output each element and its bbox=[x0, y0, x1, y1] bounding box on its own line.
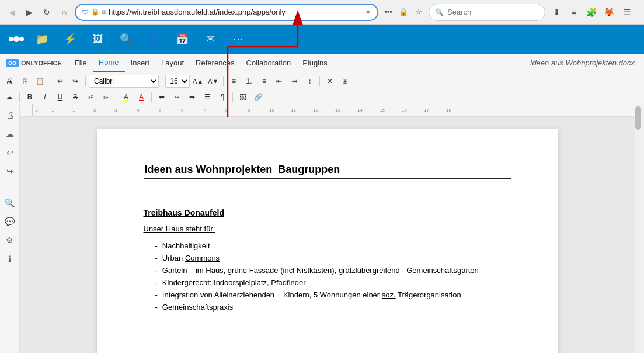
list-bullet-button[interactable]: ≡ bbox=[227, 75, 241, 88]
list-item: - Gemeinschaftspraxis bbox=[155, 303, 511, 312]
nc-photos-icon[interactable]: 🖼 bbox=[86, 27, 110, 51]
back-button[interactable]: ◀ bbox=[5, 5, 19, 19]
extensions-icon[interactable]: 🧩 bbox=[584, 5, 599, 20]
onlyoffice-logo: OO ONLYOFFICE bbox=[6, 59, 62, 67]
sidebar-redo-icon[interactable]: ↪ bbox=[1, 162, 19, 180]
link-indoorspielplatz[interactable]: Indoorspielplatz bbox=[214, 278, 267, 287]
section-subtitle: Unser Haus steht für: bbox=[144, 224, 511, 233]
firefox-icon[interactable]: 🦊 bbox=[601, 5, 617, 20]
increase-font-button[interactable]: A▲ bbox=[191, 75, 205, 88]
left-sidebar: 🖨 ☁ ↩ ↪ 🔍 💬 ⚙ ℹ bbox=[0, 104, 20, 353]
indent-increase-button[interactable]: ⇥ bbox=[287, 75, 301, 88]
sidebar-settings-icon[interactable]: ⚙ bbox=[1, 231, 19, 249]
sidebar-comment-icon[interactable]: 💬 bbox=[1, 213, 19, 230]
italic-button[interactable]: I bbox=[38, 91, 52, 103]
menu-plugins[interactable]: Plugins bbox=[297, 54, 333, 72]
sidebar-undo-icon[interactable]: ↩ bbox=[1, 144, 19, 161]
insert-image-button[interactable]: 🖼 bbox=[236, 91, 250, 103]
dropdown-icon[interactable]: ▼ bbox=[365, 9, 371, 16]
nc-files-icon[interactable]: 📁 bbox=[30, 27, 54, 51]
home-button[interactable]: ⌂ bbox=[57, 5, 71, 19]
link-graetzl[interactable]: grätzlübergreifend bbox=[339, 266, 400, 275]
sidebar-info-icon[interactable]: ℹ bbox=[1, 250, 19, 268]
list-number-button[interactable]: 1. bbox=[242, 75, 256, 88]
ruler-corner bbox=[22, 104, 33, 116]
decrease-font-button[interactable]: A▼ bbox=[206, 75, 220, 88]
link-kindergerecht[interactable]: Kindergerecht: bbox=[162, 278, 212, 287]
line-spacing-button[interactable]: ↕ bbox=[302, 75, 316, 88]
document-area[interactable]: Ideen aus Wohnprojekten_Baugruppen Treib… bbox=[20, 117, 635, 353]
svg-text:·2·: ·2· bbox=[34, 108, 39, 113]
insert-link-button[interactable]: 🔗 bbox=[251, 91, 265, 103]
menu-collaboration[interactable]: Collaboration bbox=[241, 54, 297, 72]
superscript-button[interactable]: x² bbox=[83, 91, 98, 103]
svg-text:12: 12 bbox=[313, 108, 318, 113]
menu-layout[interactable]: Layout bbox=[155, 54, 190, 72]
separator-5 bbox=[319, 76, 320, 86]
forward-button[interactable]: ▶ bbox=[22, 5, 36, 19]
sidebar-print-icon[interactable]: 🖨 bbox=[1, 106, 19, 124]
svg-point-1 bbox=[9, 37, 13, 41]
menu-home[interactable]: Home bbox=[93, 54, 125, 72]
insert-table-button[interactable]: ⊞ bbox=[338, 75, 352, 88]
document-title-bar: Ideen aus Wohnprojekten.docx bbox=[530, 58, 635, 67]
link-commons[interactable]: Commons bbox=[185, 254, 220, 262]
refresh-button[interactable]: ↻ bbox=[40, 5, 54, 19]
svg-text:·1·: ·1· bbox=[50, 108, 55, 113]
link-garteln[interactable]: Garteln bbox=[162, 266, 187, 275]
menu-icon[interactable]: ☰ bbox=[619, 5, 634, 20]
redo-button[interactable]: ↪ bbox=[68, 75, 82, 88]
search-bar[interactable]: 🔍 bbox=[429, 4, 545, 21]
svg-text:2: 2 bbox=[93, 108, 96, 113]
paste-button[interactable]: 📋 bbox=[33, 75, 47, 88]
nc-more-icon[interactable]: ⋯ bbox=[227, 27, 250, 51]
font-family-select[interactable]: Calibri Arial Times New Roman bbox=[89, 75, 159, 88]
ruler-track: ·2· ·1· 1 2 3 4 5 6 7 8 9 10 11 12 13 14… bbox=[33, 104, 632, 116]
bold-button[interactable]: B bbox=[23, 91, 37, 103]
nextcloud-bar: 📁 ⚡ 🖼 🔍 👤 📅 ✉ ⋯ bbox=[0, 25, 644, 54]
nc-contacts-icon[interactable]: 👤 bbox=[142, 27, 166, 51]
clear-format-button[interactable]: ✕ bbox=[323, 75, 337, 88]
align-left-button[interactable]: ⬅ bbox=[155, 91, 169, 103]
search-input[interactable] bbox=[447, 8, 539, 16]
shield-verify-icon[interactable]: 🔒 bbox=[397, 6, 410, 19]
nc-calendar-icon[interactable]: 📅 bbox=[170, 27, 194, 51]
paragraph-mark-button[interactable]: ¶ bbox=[215, 91, 229, 103]
link-incl[interactable]: incl bbox=[283, 266, 295, 275]
svg-text:1: 1 bbox=[72, 108, 75, 113]
print-button[interactable]: 🖨 bbox=[2, 75, 16, 88]
highlight-button[interactable]: A bbox=[119, 91, 133, 103]
download-icon[interactable]: ⬇ bbox=[549, 5, 564, 20]
nc-activity-icon[interactable]: ⚡ bbox=[58, 27, 82, 51]
reader-icon[interactable]: ≡ bbox=[566, 5, 582, 20]
svg-text:5: 5 bbox=[159, 108, 162, 113]
strikethrough-button[interactable]: S bbox=[68, 91, 82, 103]
indent-decrease-button[interactable]: ⇤ bbox=[272, 75, 286, 88]
align-justify-button[interactable]: ☰ bbox=[200, 91, 214, 103]
bookmark-icon[interactable]: ☆ bbox=[412, 6, 425, 19]
menu-file[interactable]: File bbox=[69, 54, 93, 72]
copy-style-button[interactable]: ⎘ bbox=[18, 75, 32, 88]
align-center-button[interactable]: ↔ bbox=[170, 91, 184, 103]
sidebar-search-icon[interactable]: 🔍 bbox=[1, 194, 19, 212]
text-cursor bbox=[144, 166, 144, 174]
align-right-button[interactable]: ➡ bbox=[185, 91, 199, 103]
sidebar-cloud-icon[interactable]: ☁ bbox=[1, 125, 19, 143]
address-bar[interactable]: 🛡 🔒 ⊞ https://wir.treibhausdonaufeld.at/… bbox=[75, 4, 378, 21]
url-text[interactable]: https://wir.treibhausdonaufeld.at/index.… bbox=[109, 8, 363, 16]
menu-references[interactable]: References bbox=[190, 54, 240, 72]
undo-button[interactable]: ↩ bbox=[53, 75, 67, 88]
nc-search-icon[interactable]: 🔍 bbox=[114, 27, 138, 51]
nextcloud-logo[interactable] bbox=[7, 30, 26, 49]
list-multi-button[interactable]: ≡ bbox=[257, 75, 271, 88]
link-soz[interactable]: soz. bbox=[382, 290, 396, 299]
save-cloud-button[interactable]: ☁ bbox=[2, 91, 16, 103]
scroll-thumb[interactable] bbox=[635, 106, 641, 130]
subscript-button[interactable]: x₂ bbox=[99, 91, 113, 103]
menu-insert[interactable]: Insert bbox=[125, 54, 156, 72]
underline-button[interactable]: U bbox=[53, 91, 67, 103]
nc-email-icon[interactable]: ✉ bbox=[199, 27, 222, 51]
font-size-select[interactable]: 16 12 14 18 bbox=[165, 75, 190, 88]
more-button[interactable]: ••• bbox=[382, 6, 395, 19]
font-color-button[interactable]: A bbox=[134, 91, 148, 103]
